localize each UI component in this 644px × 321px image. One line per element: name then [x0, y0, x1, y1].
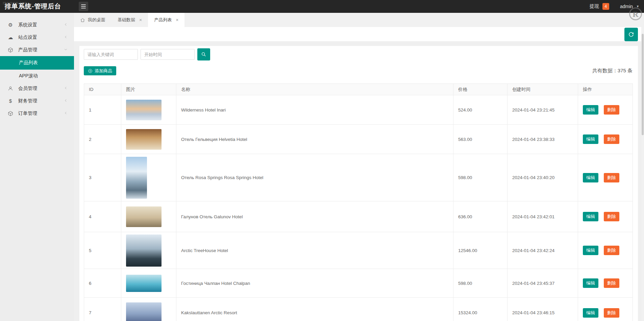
cell-ops: 编辑 删除	[578, 232, 633, 269]
add-product-label: 添加商品	[95, 68, 112, 74]
delete-button[interactable]: 删除	[604, 173, 619, 182]
hotel-photo	[126, 157, 147, 199]
header-created: 创建时间	[507, 84, 578, 95]
close-icon[interactable]: ×	[176, 18, 178, 22]
cell-photo	[121, 201, 176, 232]
cell-photo	[121, 154, 176, 201]
close-icon[interactable]: ×	[139, 18, 142, 22]
cell-price: 12546.00	[453, 232, 507, 269]
cell-name: Отель Rosa Springs Rosa Springs Hotel	[176, 154, 453, 201]
scrollbar-thumb[interactable]	[642, 34, 644, 135]
sidebar-item-order-management[interactable]: 订单管理	[0, 107, 74, 120]
header-price: 价格	[453, 84, 507, 95]
chevron-left-icon	[64, 98, 68, 104]
cell-price: 15324.00	[453, 298, 507, 321]
table-row: 7 Kakslauttanen Arctic Resort 15324.00 2…	[84, 298, 633, 321]
sidebar: ⚙ 系统设置 ☁ 站点设置 产品管理 产品列表 APP滚动 会员管理 $ 财务管…	[0, 13, 74, 321]
dollar-icon: $	[7, 98, 14, 104]
table-row: 6 Гостиница Чалпан Hotel Chalpan 598.00 …	[84, 269, 633, 298]
hotel-photo	[126, 234, 162, 267]
withdraw-link[interactable]: 提现	[590, 3, 599, 9]
edit-button[interactable]: 编辑	[583, 173, 598, 182]
delete-button[interactable]: 删除	[604, 246, 619, 255]
cell-created: 2024-01-04 23:46:15	[507, 298, 578, 321]
hotel-photo	[126, 302, 162, 321]
cube-icon	[7, 47, 14, 53]
gear-icon: ⚙	[7, 22, 14, 28]
sidebar-item-label: 会员管理	[18, 85, 64, 92]
delete-button[interactable]: 删除	[604, 308, 619, 318]
cube-icon	[7, 111, 14, 116]
page-scrollbar	[641, 27, 644, 321]
refresh-button[interactable]	[624, 28, 638, 41]
cell-ops: 编辑 删除	[578, 201, 633, 232]
cell-name: Отель Гельвеция Helvetia Hotel	[176, 125, 453, 154]
tab-label: 产品列表	[154, 17, 172, 23]
cell-name: Галунов Отель Galunov Hotel	[176, 201, 453, 232]
chevron-left-icon	[64, 35, 68, 40]
chevron-left-icon	[64, 111, 68, 116]
start-date-input[interactable]	[141, 49, 195, 60]
sidebar-item-label: 系统设置	[18, 22, 64, 28]
cell-id: 5	[84, 232, 121, 269]
delete-button[interactable]: 删除	[604, 212, 619, 221]
edit-button[interactable]: 编辑	[583, 212, 598, 221]
cell-price: 636.00	[453, 201, 507, 232]
edit-button[interactable]: 编辑	[583, 246, 598, 255]
cell-photo	[121, 232, 176, 269]
sidebar-item-member-management[interactable]: 会员管理	[0, 82, 74, 95]
chevron-down-icon	[64, 47, 68, 53]
cell-ops: 编辑 删除	[578, 298, 633, 321]
cell-id: 7	[84, 298, 121, 321]
add-product-button[interactable]: 添加商品	[84, 66, 116, 75]
cell-ops: 编辑 删除	[578, 269, 633, 298]
sidebar-item-product-list[interactable]: 产品列表	[0, 56, 74, 70]
sidebar-item-system-settings[interactable]: ⚙ 系统设置	[0, 19, 74, 31]
cell-photo	[121, 298, 176, 321]
cell-photo	[121, 95, 176, 125]
sidebar-item-site-settings[interactable]: ☁ 站点设置	[0, 31, 74, 44]
header-name: 名称	[176, 84, 453, 95]
sidebar-item-finance-management[interactable]: $ 财务管理	[0, 95, 74, 107]
delete-button[interactable]: 删除	[604, 105, 619, 115]
sidebar-item-label: 站点设置	[18, 34, 64, 41]
edit-button[interactable]: 编辑	[583, 278, 598, 288]
chevron-left-icon	[64, 86, 68, 91]
keyword-input[interactable]	[84, 49, 138, 60]
edit-button[interactable]: 编辑	[583, 134, 598, 144]
tab-my-desktop[interactable]: 我的桌面	[74, 13, 112, 27]
hotel-photo	[126, 275, 162, 292]
delete-button[interactable]: 删除	[604, 134, 619, 144]
cell-price: 598.00	[453, 154, 507, 201]
cell-name: Wilderness Hotel Inari	[176, 95, 453, 125]
content-panel: 添加商品 共有数据：375 条 ID 图片 名称 价格 创建时间 操作 1 Wi…	[79, 46, 638, 321]
cloud-icon: ☁	[7, 34, 14, 41]
menu-icon[interactable]	[79, 2, 88, 11]
cell-name: Kakslauttanen Arctic Resort	[176, 298, 453, 321]
user-menu[interactable]: admin	[620, 4, 633, 9]
edit-button[interactable]: 编辑	[583, 105, 598, 115]
sidebar-item-label: 产品列表	[19, 60, 68, 66]
search-button[interactable]	[197, 48, 210, 60]
table-header-row: ID 图片 名称 价格 创建时间 操作	[84, 84, 633, 95]
cell-created: 2024-01-04 23:21:45	[507, 95, 578, 125]
delete-button[interactable]: 删除	[604, 278, 619, 288]
filter-row	[84, 48, 210, 60]
search-icon	[201, 52, 206, 57]
sidebar-item-app-scroll[interactable]: APP滚动	[0, 70, 74, 82]
refresh-icon	[628, 31, 634, 38]
sidebar-item-product-management[interactable]: 产品管理	[0, 44, 74, 56]
tab-label: 基础数据	[118, 17, 135, 23]
cell-price: 524.00	[453, 95, 507, 125]
sidebar-item-label: 产品管理	[18, 47, 64, 53]
withdraw-count-badge[interactable]: 4	[602, 3, 609, 10]
header-id: ID	[84, 84, 121, 95]
tab-basic-data[interactable]: 基础数据 ×	[112, 13, 148, 27]
cell-created: 2024-01-04 23:42:01	[507, 201, 578, 232]
table-row: 3 Отель Rosa Springs Rosa Springs Hotel …	[84, 154, 633, 201]
edit-button[interactable]: 编辑	[583, 308, 598, 318]
tab-product-list[interactable]: 产品列表 ×	[148, 13, 184, 27]
tab-label: 我的桌面	[88, 17, 105, 23]
cell-id: 3	[84, 154, 121, 201]
cell-created: 2024-01-04 23:40:20	[507, 154, 578, 201]
